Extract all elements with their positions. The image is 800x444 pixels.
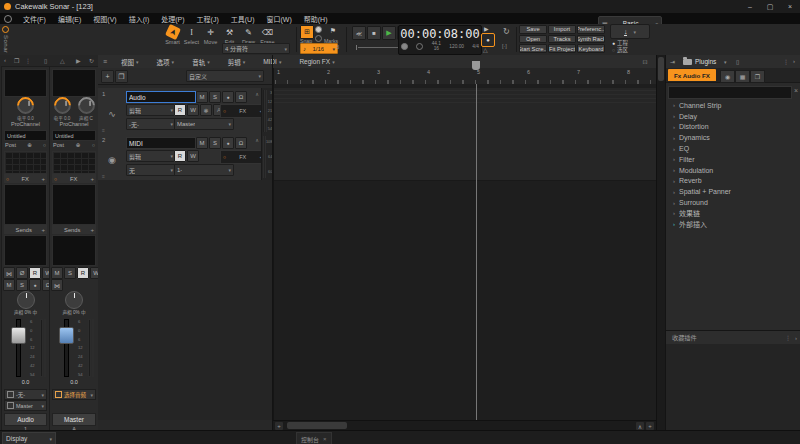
menu-item[interactable]: 插入(I) [123,14,156,24]
clip-lane-midi[interactable] [274,134,657,181]
plugin-category[interactable]: › Distortion [666,122,800,133]
solo-button[interactable]: S [16,279,28,291]
pan-mini-knob[interactable]: 声相 C [78,97,95,121]
write-automation-button[interactable]: W [187,150,199,162]
quick-button[interactable]: Preferenc... [577,25,605,34]
plugin-search-input[interactable] [668,86,792,99]
snap-mode-toggles[interactable] [315,26,322,42]
clip-name-box[interactable]: Untitled [4,130,47,141]
arm-button[interactable]: ● [222,91,234,103]
level-knob[interactable]: 电平 0.0 [54,97,71,121]
collapse-track-icon[interactable]: ∧ [255,91,259,97]
menu-item[interactable]: 编辑(E) [52,14,87,24]
plugin-category[interactable]: › 效果链 [666,208,800,219]
input-echo-button[interactable]: Ω [235,137,247,149]
meter-display[interactable]: 4/4 [472,44,479,49]
volume-fader[interactable]: 60612244254 [4,319,47,377]
input-echo-button[interactable]: Ω [235,91,247,103]
maximize-button[interactable]: ▢ [760,1,780,13]
sends-bin[interactable] [52,235,96,266]
lanes-icon[interactable]: ≡ [102,127,105,133]
trackview-menu-tab[interactable]: Region FX▾ [290,58,343,65]
clip-properties-icon[interactable]: ❐ [14,57,19,64]
pan-knob[interactable] [2,291,49,309]
rewind-button[interactable]: ≪ [352,26,366,40]
add-track-button[interactable]: + [101,70,114,83]
close-button[interactable]: × [780,1,800,13]
zoom-fit-button[interactable]: ∧ [636,422,644,430]
browser-collapse-icon[interactable]: › [793,58,795,64]
read-automation-button[interactable]: R [29,267,41,279]
browser-title[interactable]: Plugins [695,58,716,65]
snap-button[interactable]: ⊞ [300,25,314,39]
clip-lane-audio[interactable] [274,88,657,135]
menu-item[interactable]: 处理(P) [155,14,190,24]
solo-button[interactable]: S [209,137,221,149]
zoom-in-button[interactable]: + [275,422,283,430]
track-name-input[interactable] [126,91,196,103]
plugin-category[interactable]: › Channel Strip [666,100,800,111]
add-send-icon[interactable]: + [90,227,94,233]
mute-button[interactable]: M [196,137,208,149]
draw-duration-dropdown[interactable]: 4 分音符 ▾ [222,43,290,54]
quick-button[interactable]: Open [519,35,547,44]
menu-item[interactable]: 工程(J) [191,14,225,24]
trackview-menu-tab[interactable]: 剪辑▾ [219,57,255,67]
play-module-icon[interactable]: ▶ [76,57,81,64]
menu-item[interactable]: 工具(U) [225,14,261,24]
phase-button[interactable]: Ø [16,267,28,279]
inspector-display-dropdown[interactable]: Display ▾ [2,432,56,444]
tab-audio-fx[interactable]: Fx Audio FX [668,69,716,81]
track-fx-bin[interactable]: ○ FX + [220,104,266,118]
multidock-tab-console[interactable]: 控制台 × [296,432,332,444]
tab-prochannel[interactable]: ❐ [750,70,765,83]
arm-button[interactable]: ● [29,279,41,291]
fx-bin[interactable] [52,184,96,225]
audio-module-icon[interactable]: ▯ [44,57,47,64]
interleave-button[interactable]: ⋈ [51,279,63,291]
plugin-category[interactable]: › Spatial + Panner [666,186,800,197]
quick-button[interactable]: Tracks [548,35,576,44]
hscroll-thumb[interactable] [287,422,347,429]
click-toggle-icon[interactable] [416,43,423,50]
export-selection-radio[interactable]: ○ 选区 [612,46,628,53]
track-output-dropdown[interactable]: Master ▾ [174,118,234,130]
freeze-icon[interactable]: ✱ [200,104,212,116]
minimize-button[interactable]: – [740,1,760,13]
more-options-icon[interactable]: ⋮ [25,57,31,64]
plugin-category[interactable]: › Filter [666,154,800,165]
add-send-icon[interactable]: + [41,227,45,233]
post-fader-row[interactable]: Post ⊕ ○ [53,141,95,149]
quick-button[interactable]: Fit Project [548,44,576,53]
output-dropdown[interactable]: Master ▾ [4,400,47,411]
edit-filter-dropdown[interactable]: 剪辑 ▾ [126,104,176,116]
chevron-down-icon[interactable]: ▾ [724,59,727,65]
track-fx-bin[interactable]: ○ FX + [220,150,266,164]
duplicate-icon[interactable]: ❐ [115,70,128,83]
dock-pin-icon[interactable]: ⇥ [670,58,675,65]
close-tab-icon[interactable]: × [323,436,327,442]
tempo-display[interactable]: 120.00 [449,44,464,49]
menu-item[interactable]: 窗口(W) [260,14,297,24]
arm-button[interactable]: ● [222,137,234,149]
trackview-hamburger-icon[interactable]: ≡ [98,58,112,65]
play-button[interactable]: ▶ [382,26,396,40]
sample-rate-display[interactable]: 44.1 16 [432,42,441,51]
mute-button[interactable]: M [3,279,15,291]
quick-button[interactable]: Keyboard [577,44,605,53]
bottom-more-icon[interactable]: ⋮ [785,334,791,341]
browser-bottom-header[interactable]: 收藏插件 ⋮ › [666,330,800,345]
pan-knob[interactable] [50,291,98,309]
lanes-icon[interactable]: ≡ [102,173,105,179]
menu-item[interactable]: 帮助(H) [298,14,334,24]
now-time-marker[interactable] [472,61,480,70]
widget-preset-dropdown[interactable]: 自定义 ▾ [186,70,264,82]
browser-bottom-pane[interactable] [666,344,800,430]
track-header-midi[interactable]: 2 ◉ M S ● Ω ∧ 剪辑 ▾ R W ○ FX + [98,134,273,181]
prochannel-label[interactable]: ProChannel [2,121,49,127]
sends-bin[interactable] [4,235,47,266]
record-mode-button[interactable]: ● [481,33,495,47]
trackview-menu-tab[interactable]: 选项▾ [148,57,184,67]
volume-fader[interactable]: 60612244254 [52,319,95,377]
collapse-track-icon[interactable]: ∧ [255,137,259,143]
